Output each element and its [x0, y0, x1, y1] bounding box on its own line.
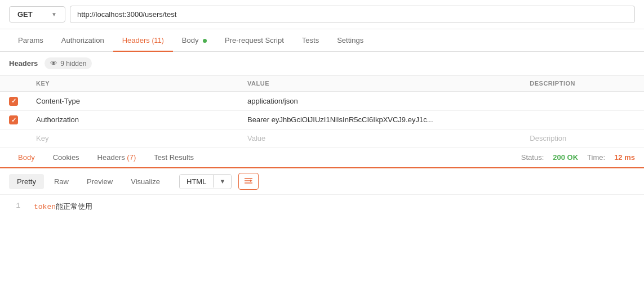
response-tab-body-label: Body [18, 153, 35, 162]
format-chevron-icon[interactable]: ▼ [213, 175, 231, 188]
url-bar: GET ▼ [0, 0, 644, 29]
response-tab-test-results-label: Test Results [154, 153, 194, 162]
tab-params-label: Params [18, 36, 43, 44]
tab-headers[interactable]: Headers (11) [113, 29, 173, 51]
format-visualize-btn[interactable]: Visualize [123, 174, 168, 189]
row2-description[interactable] [521, 110, 644, 130]
col-key-header: KEY [27, 75, 238, 92]
empty-check-cell [0, 130, 27, 148]
tab-body-label: Body [182, 36, 199, 44]
url-input[interactable] [70, 6, 635, 23]
row2-value[interactable]: Bearer eyJhbGciOiJIUzI1NiIsInR5cCI6IkpXV… [238, 110, 521, 130]
col-desc-header: DESCRIPTION [521, 75, 644, 92]
table-header-row: KEY VALUE DESCRIPTION [0, 75, 644, 92]
format-bar: Pretty Raw Preview Visualize HTML ▼ [0, 168, 644, 195]
tab-params[interactable]: Params [9, 29, 52, 51]
code-text: 能正常使用 [56, 203, 92, 211]
status-label: Status: [521, 153, 544, 162]
method-chevron-icon: ▼ [51, 11, 57, 17]
table-empty-row: Key Value Description [0, 130, 644, 148]
row2-check-cell[interactable] [0, 110, 27, 130]
body-dot-icon [203, 39, 207, 43]
headers-badge: (11) [152, 37, 163, 44]
row1-value[interactable]: application/json [238, 92, 521, 111]
headers-section: Headers 👁 9 hidden [0, 52, 644, 75]
headers-table: KEY VALUE DESCRIPTION Content-Type appli… [0, 75, 644, 148]
time-label: Time: [587, 153, 605, 162]
row2-key[interactable]: Authorization [27, 110, 238, 130]
tab-headers-label: Headers (11) [122, 36, 164, 44]
tab-tests-label: Tests [302, 36, 319, 44]
response-tab-headers[interactable]: Headers (7) [88, 148, 145, 167]
format-type-select[interactable]: HTML ▼ [179, 174, 232, 189]
row1-check-cell[interactable] [0, 92, 27, 111]
row1-key[interactable]: Content-Type [27, 92, 238, 111]
response-tabs-bar: Body Cookies Headers (7) Test Results St… [0, 148, 644, 168]
format-type-label: HTML [180, 175, 213, 189]
hidden-toggle[interactable]: 👁 9 hidden [45, 57, 92, 69]
tab-pre-request[interactable]: Pre-request Script [216, 29, 293, 51]
hidden-count: 9 hidden [60, 60, 86, 68]
response-tab-cookies[interactable]: Cookies [44, 148, 88, 167]
empty-value[interactable]: Value [238, 130, 521, 148]
col-value-header: VALUE [238, 75, 521, 92]
row1-checkbox[interactable] [9, 97, 18, 106]
format-pretty-btn[interactable]: Pretty [9, 174, 44, 189]
code-area: 1 token能正常使用 [0, 195, 644, 218]
code-keyword: token [34, 203, 56, 211]
wrap-text-btn[interactable] [238, 173, 259, 190]
request-tabs-bar: Params Authorization Headers (11) Body P… [0, 29, 644, 52]
headers-section-title: Headers [9, 59, 38, 68]
code-line-1: 1 token能正常使用 [9, 202, 635, 212]
code-content-1: token能正常使用 [34, 202, 92, 212]
tab-authorization[interactable]: Authorization [52, 29, 113, 51]
row1-description[interactable] [521, 92, 644, 111]
tab-settings-label: Settings [337, 36, 363, 44]
line-number-1: 1 [9, 202, 20, 212]
method-value: GET [17, 10, 33, 19]
table-row: Content-Type application/json [0, 92, 644, 111]
response-tab-body[interactable]: Body [9, 148, 44, 168]
method-select[interactable]: GET ▼ [9, 6, 65, 23]
response-status-bar: Status: 200 OK Time: 12 ms [521, 153, 635, 162]
response-tab-test-results[interactable]: Test Results [145, 148, 203, 167]
eye-icon: 👁 [50, 59, 57, 68]
tab-body[interactable]: Body [173, 29, 216, 51]
tab-tests[interactable]: Tests [293, 29, 328, 51]
response-tab-headers-label: Headers (7) [97, 153, 136, 162]
tab-authorization-label: Authorization [61, 36, 104, 44]
row2-checkbox[interactable] [9, 115, 18, 124]
tab-pre-request-label: Pre-request Script [225, 36, 284, 44]
time-value: 12 ms [614, 153, 635, 162]
format-preview-btn[interactable]: Preview [79, 174, 121, 189]
empty-key[interactable]: Key [27, 130, 238, 148]
col-check-header [0, 75, 27, 92]
empty-description[interactable]: Description [521, 130, 644, 148]
status-value: 200 OK [553, 153, 578, 162]
table-row: Authorization Bearer eyJhbGciOiJIUzI1NiI… [0, 110, 644, 130]
response-headers-badge: (7) [127, 153, 136, 162]
response-tab-cookies-label: Cookies [53, 153, 79, 162]
format-raw-btn[interactable]: Raw [46, 174, 77, 189]
tab-settings[interactable]: Settings [328, 29, 372, 51]
